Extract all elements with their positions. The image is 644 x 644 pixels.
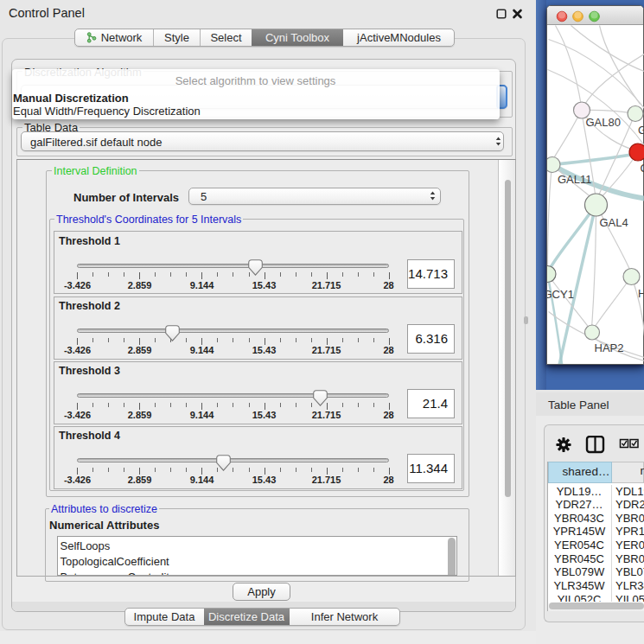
- svg-text:C: C: [640, 161, 644, 174]
- svg-text:GAL4: GAL4: [599, 216, 628, 229]
- svg-text:GAL11: GAL11: [558, 173, 592, 186]
- svg-text:GAL80: GAL80: [585, 116, 620, 129]
- svg-text:GAL2: GAL2: [638, 124, 644, 137]
- svg-text:GCY1: GCY1: [547, 288, 574, 301]
- svg-text:H: H: [638, 286, 644, 299]
- svg-text:HAP2: HAP2: [594, 341, 623, 354]
